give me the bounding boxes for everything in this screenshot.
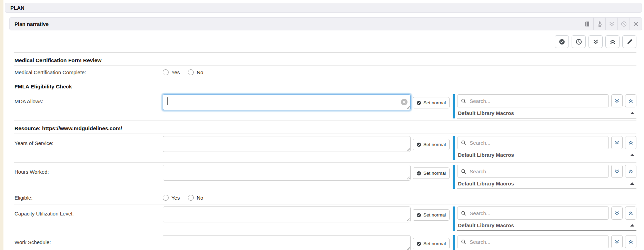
double-chevron-up-icon: [628, 140, 633, 145]
textarea-wrapper: [163, 94, 411, 110]
macro-panel: Default Library Macros: [453, 165, 636, 189]
resize-grip-icon[interactable]: [406, 218, 410, 221]
field-row-mda-allows: MDA Allows: Set normal: [14, 92, 636, 121]
macro-panel: Default Library Macros: [453, 235, 636, 250]
plan-page: PLAN Plan narrative: [0, 0, 644, 250]
plan-section-header[interactable]: PLAN: [5, 3, 642, 13]
history-button[interactable]: [572, 35, 586, 48]
radio-group: Yes No: [163, 69, 203, 75]
field-textarea[interactable]: [163, 206, 411, 222]
collapse-caret-icon: [630, 154, 634, 156]
radio-circle-icon: [188, 195, 194, 201]
set-normal-button[interactable]: Set normal: [413, 209, 450, 221]
search-icon: [461, 239, 466, 244]
macros-expand-button[interactable]: [611, 136, 623, 149]
set-normal-button[interactable]: Set normal: [413, 97, 450, 108]
resize-grip-icon[interactable]: [406, 147, 410, 151]
macros-group-header[interactable]: Default Library Macros: [457, 220, 636, 231]
macros-expand-button[interactable]: [611, 165, 623, 178]
macro-search-row: [457, 235, 636, 248]
macro-body: Default Library Macros: [457, 165, 636, 189]
macros-group-header[interactable]: Default Library Macros: [457, 248, 636, 250]
field-textarea[interactable]: [163, 136, 411, 152]
macro-search-input[interactable]: [469, 98, 605, 104]
collapse-all-button[interactable]: [605, 35, 620, 48]
text-cursor: [167, 97, 168, 105]
set-normal-button[interactable]: Set normal: [413, 167, 450, 179]
radio-circle-icon: [163, 69, 169, 75]
radio-option-no[interactable]: No: [188, 195, 203, 201]
resize-grip-icon[interactable]: [406, 247, 410, 250]
macro-search-box: [457, 165, 609, 178]
double-chevron-down-icon: [593, 39, 599, 45]
macros-collapse-button[interactable]: [625, 165, 636, 178]
set-normal-button[interactable]: Set normal: [413, 238, 450, 249]
ban-icon[interactable]: [617, 18, 630, 30]
section-heading: Resource: https://www.mdguidelines.com/: [14, 121, 636, 134]
macros-expand-button[interactable]: [611, 94, 623, 107]
macro-search-input[interactable]: [469, 140, 605, 146]
field-label: Capacity Utilization Level:: [14, 206, 163, 217]
macro-panel: Default Library Macros: [453, 136, 636, 160]
field-textarea[interactable]: [163, 235, 411, 250]
resize-grip-icon[interactable]: [406, 106, 410, 109]
macro-accent-bar: [453, 165, 455, 189]
macro-search-input[interactable]: [469, 239, 605, 245]
macro-accent-bar: [453, 235, 455, 250]
field-label: Hours Worked:: [14, 165, 163, 175]
field-label: Years of Service:: [14, 136, 163, 146]
macro-search-row: [457, 136, 636, 149]
edit-button[interactable]: [622, 35, 636, 48]
double-chevron-down-icon: [614, 211, 620, 216]
macros-group-header[interactable]: Default Library Macros: [457, 107, 636, 118]
macro-accent-bar: [453, 94, 455, 118]
macro-body: Default Library Macros: [457, 94, 636, 118]
macros-group-header[interactable]: Default Library Macros: [457, 149, 636, 160]
macro-search-input[interactable]: [469, 168, 605, 175]
field-label: Work Schedule:: [14, 235, 163, 245]
macro-search-input[interactable]: [469, 210, 605, 217]
mark-complete-button[interactable]: [555, 35, 569, 48]
set-normal-button[interactable]: Set normal: [413, 139, 450, 150]
macro-panel: Default Library Macros: [453, 94, 636, 118]
microphone-icon[interactable]: [593, 18, 605, 30]
field-row-eligible: Eligible: Yes No: [14, 191, 636, 204]
macros-expand-button[interactable]: [611, 206, 623, 220]
field-textarea[interactable]: [163, 165, 411, 181]
macros-expand-button[interactable]: [611, 235, 623, 248]
macros-collapse-button[interactable]: [625, 206, 636, 220]
macros-group-header[interactable]: Default Library Macros: [457, 178, 636, 189]
section-heading: Medical Certification Form Review: [14, 53, 636, 66]
double-chevron-up-icon: [628, 169, 633, 174]
resize-grip-icon[interactable]: [406, 176, 410, 180]
macros-collapse-button[interactable]: [625, 94, 636, 107]
field-row-work-schedule: Work Schedule: Set normal: [14, 233, 636, 250]
expand-all-button[interactable]: [588, 35, 603, 48]
collapse-panel-icon[interactable]: [605, 18, 617, 30]
set-normal-label: Set normal: [423, 142, 446, 147]
textarea-wrapper: [163, 165, 411, 181]
radio-option-yes[interactable]: Yes: [163, 195, 180, 201]
radio-option-yes[interactable]: Yes: [163, 69, 180, 75]
panel-header-toolbar: [581, 18, 642, 30]
plan-narrative-header[interactable]: Plan narrative: [9, 17, 642, 30]
section-resource: Resource: https://www.mdguidelines.com/ …: [14, 121, 636, 250]
double-chevron-down-icon: [614, 140, 620, 145]
book-icon[interactable]: [581, 18, 593, 30]
clear-field-icon[interactable]: [401, 99, 407, 105]
panel-body: Medical Certification Form Review Medica…: [9, 30, 642, 250]
radio-option-no[interactable]: No: [188, 69, 203, 75]
macros-collapse-button[interactable]: [625, 235, 636, 248]
field-textarea[interactable]: [163, 94, 411, 110]
collapse-caret-icon: [630, 182, 634, 185]
set-normal-label: Set normal: [423, 241, 446, 246]
double-chevron-up-icon: [628, 211, 633, 216]
field-label: Eligible:: [14, 195, 163, 201]
macro-body: Default Library Macros: [457, 206, 636, 231]
macros-group-title: Default Library Macros: [458, 222, 514, 228]
double-chevron-down-icon: [614, 169, 620, 174]
close-icon[interactable]: [630, 18, 642, 30]
search-icon: [461, 98, 466, 104]
macro-search-box: [457, 94, 609, 107]
macros-collapse-button[interactable]: [625, 136, 636, 149]
